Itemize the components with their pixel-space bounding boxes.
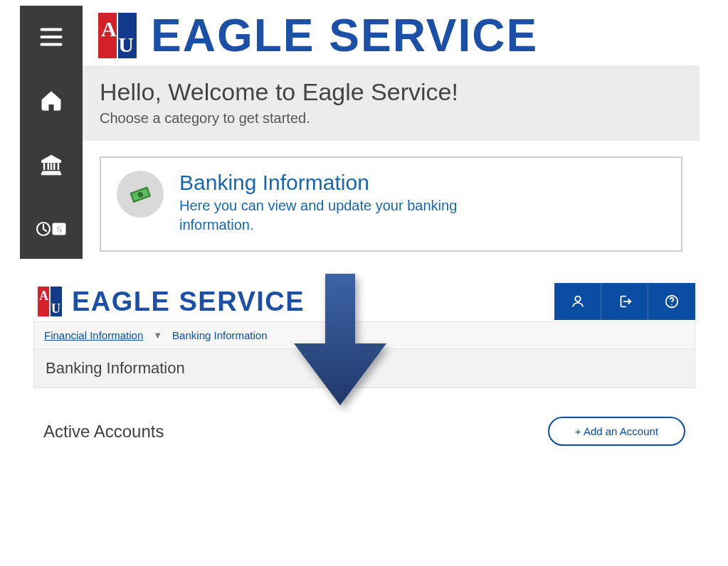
svg-point-8 <box>671 304 672 305</box>
brand-header: A U EAGLE SERVICE <box>83 6 700 65</box>
svg-point-6 <box>575 297 580 301</box>
payment-icon[interactable]: $ <box>30 208 73 250</box>
arrow-down-icon <box>294 274 386 408</box>
hamburger-menu-icon[interactable] <box>30 16 73 58</box>
money-icon <box>117 171 164 218</box>
logout-icon[interactable] <box>601 283 648 320</box>
card-title: Banking Information <box>179 171 521 195</box>
card-description: Here you can view and update your bankin… <box>179 196 521 235</box>
home-icon[interactable] <box>30 80 73 122</box>
welcome-heading: Hello, Welcome to Eagle Service! <box>100 78 682 106</box>
institution-icon[interactable] <box>30 144 73 186</box>
user-icon[interactable] <box>554 283 601 320</box>
header-actions <box>554 283 695 320</box>
breadcrumb-current: Banking Information <box>172 329 267 341</box>
main-content: A U EAGLE SERVICE Hello, Welcome to Eagl… <box>83 6 700 259</box>
brand-title: EAGLE SERVICE <box>72 287 305 317</box>
add-account-button[interactable]: + Add an Account <box>548 417 685 446</box>
home-dashboard: $ A U EAGLE SERVICE Hello, Welcome to Ea… <box>20 6 700 259</box>
card-text: Banking Information Here you can view an… <box>179 171 521 235</box>
help-icon[interactable] <box>648 283 695 320</box>
active-accounts-heading: Active Accounts <box>43 422 164 442</box>
svg-text:$: $ <box>56 224 62 235</box>
breadcrumb-parent-link[interactable]: Financial Information <box>44 329 143 341</box>
welcome-banner: Hello, Welcome to Eagle Service! Choose … <box>83 65 700 141</box>
sidebar: $ <box>20 6 83 259</box>
chevron-down-icon: ▼ <box>153 330 162 341</box>
brand-title: EAGLE SERVICE <box>151 13 538 58</box>
banking-info-card[interactable]: Banking Information Here you can view an… <box>100 156 682 252</box>
au-logo: A U <box>98 13 137 58</box>
au-logo: A U <box>38 287 62 316</box>
welcome-subtitle: Choose a category to get started. <box>100 110 682 127</box>
